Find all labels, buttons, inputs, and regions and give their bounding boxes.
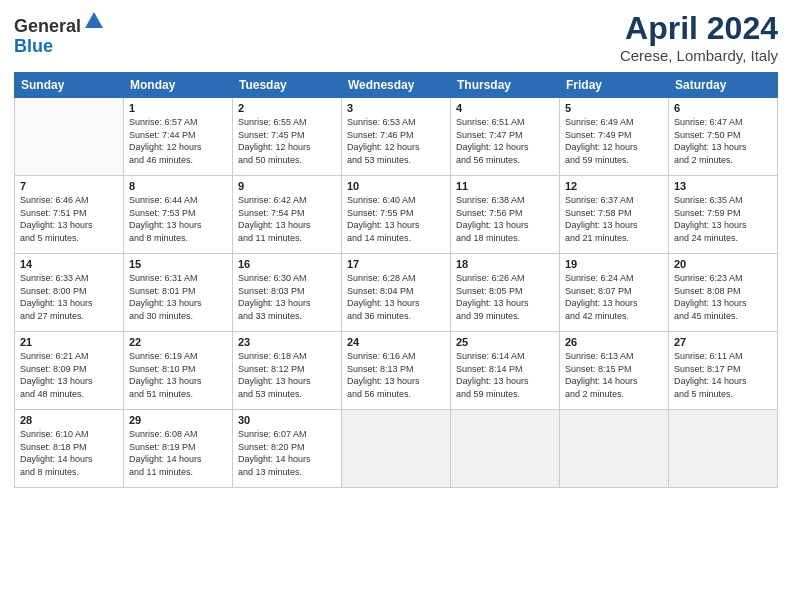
day-number: 10 — [347, 180, 445, 192]
table-row: 29Sunrise: 6:08 AM Sunset: 8:19 PM Dayli… — [124, 410, 233, 488]
svg-marker-0 — [85, 12, 103, 28]
day-info: Sunrise: 6:30 AM Sunset: 8:03 PM Dayligh… — [238, 272, 336, 322]
logo-icon — [83, 10, 105, 32]
header-monday: Monday — [124, 73, 233, 98]
header-thursday: Thursday — [451, 73, 560, 98]
title-area: April 2024 Cerese, Lombardy, Italy — [620, 10, 778, 64]
table-row: 22Sunrise: 6:19 AM Sunset: 8:10 PM Dayli… — [124, 332, 233, 410]
day-info: Sunrise: 6:47 AM Sunset: 7:50 PM Dayligh… — [674, 116, 772, 166]
day-number: 17 — [347, 258, 445, 270]
day-number: 23 — [238, 336, 336, 348]
table-row: 18Sunrise: 6:26 AM Sunset: 8:05 PM Dayli… — [451, 254, 560, 332]
header: General Blue April 2024 Cerese, Lombardy… — [14, 10, 778, 64]
table-row: 15Sunrise: 6:31 AM Sunset: 8:01 PM Dayli… — [124, 254, 233, 332]
day-number: 4 — [456, 102, 554, 114]
table-row — [560, 410, 669, 488]
day-info: Sunrise: 6:31 AM Sunset: 8:01 PM Dayligh… — [129, 272, 227, 322]
day-info: Sunrise: 6:18 AM Sunset: 8:12 PM Dayligh… — [238, 350, 336, 400]
day-number: 16 — [238, 258, 336, 270]
day-number: 24 — [347, 336, 445, 348]
table-row: 9Sunrise: 6:42 AM Sunset: 7:54 PM Daylig… — [233, 176, 342, 254]
table-row: 28Sunrise: 6:10 AM Sunset: 8:18 PM Dayli… — [15, 410, 124, 488]
day-info: Sunrise: 6:28 AM Sunset: 8:04 PM Dayligh… — [347, 272, 445, 322]
day-number: 22 — [129, 336, 227, 348]
table-row: 26Sunrise: 6:13 AM Sunset: 8:15 PM Dayli… — [560, 332, 669, 410]
header-saturday: Saturday — [669, 73, 778, 98]
table-row: 4Sunrise: 6:51 AM Sunset: 7:47 PM Daylig… — [451, 98, 560, 176]
month-title: April 2024 — [620, 10, 778, 47]
day-info: Sunrise: 6:42 AM Sunset: 7:54 PM Dayligh… — [238, 194, 336, 244]
header-tuesday: Tuesday — [233, 73, 342, 98]
table-row: 10Sunrise: 6:40 AM Sunset: 7:55 PM Dayli… — [342, 176, 451, 254]
table-row: 7Sunrise: 6:46 AM Sunset: 7:51 PM Daylig… — [15, 176, 124, 254]
table-row: 5Sunrise: 6:49 AM Sunset: 7:49 PM Daylig… — [560, 98, 669, 176]
day-number: 27 — [674, 336, 772, 348]
day-number: 14 — [20, 258, 118, 270]
day-number: 11 — [456, 180, 554, 192]
day-number: 8 — [129, 180, 227, 192]
calendar-table: Sunday Monday Tuesday Wednesday Thursday… — [14, 72, 778, 488]
day-number: 6 — [674, 102, 772, 114]
table-row: 8Sunrise: 6:44 AM Sunset: 7:53 PM Daylig… — [124, 176, 233, 254]
header-wednesday: Wednesday — [342, 73, 451, 98]
logo: General Blue — [14, 10, 105, 57]
calendar-week-row: 28Sunrise: 6:10 AM Sunset: 8:18 PM Dayli… — [15, 410, 778, 488]
logo-blue: Blue — [14, 36, 53, 56]
day-number: 13 — [674, 180, 772, 192]
day-info: Sunrise: 6:26 AM Sunset: 8:05 PM Dayligh… — [456, 272, 554, 322]
day-number: 12 — [565, 180, 663, 192]
table-row: 11Sunrise: 6:38 AM Sunset: 7:56 PM Dayli… — [451, 176, 560, 254]
day-info: Sunrise: 6:10 AM Sunset: 8:18 PM Dayligh… — [20, 428, 118, 478]
day-info: Sunrise: 6:33 AM Sunset: 8:00 PM Dayligh… — [20, 272, 118, 322]
day-number: 30 — [238, 414, 336, 426]
table-row: 25Sunrise: 6:14 AM Sunset: 8:14 PM Dayli… — [451, 332, 560, 410]
day-info: Sunrise: 6:07 AM Sunset: 8:20 PM Dayligh… — [238, 428, 336, 478]
table-row: 30Sunrise: 6:07 AM Sunset: 8:20 PM Dayli… — [233, 410, 342, 488]
table-row: 1Sunrise: 6:57 AM Sunset: 7:44 PM Daylig… — [124, 98, 233, 176]
day-info: Sunrise: 6:44 AM Sunset: 7:53 PM Dayligh… — [129, 194, 227, 244]
logo-general: General — [14, 16, 81, 36]
day-number: 9 — [238, 180, 336, 192]
table-row: 21Sunrise: 6:21 AM Sunset: 8:09 PM Dayli… — [15, 332, 124, 410]
day-number: 2 — [238, 102, 336, 114]
day-info: Sunrise: 6:38 AM Sunset: 7:56 PM Dayligh… — [456, 194, 554, 244]
day-info: Sunrise: 6:55 AM Sunset: 7:45 PM Dayligh… — [238, 116, 336, 166]
table-row: 24Sunrise: 6:16 AM Sunset: 8:13 PM Dayli… — [342, 332, 451, 410]
day-info: Sunrise: 6:08 AM Sunset: 8:19 PM Dayligh… — [129, 428, 227, 478]
calendar-week-row: 14Sunrise: 6:33 AM Sunset: 8:00 PM Dayli… — [15, 254, 778, 332]
location-title: Cerese, Lombardy, Italy — [620, 47, 778, 64]
day-info: Sunrise: 6:24 AM Sunset: 8:07 PM Dayligh… — [565, 272, 663, 322]
table-row: 23Sunrise: 6:18 AM Sunset: 8:12 PM Dayli… — [233, 332, 342, 410]
table-row: 14Sunrise: 6:33 AM Sunset: 8:00 PM Dayli… — [15, 254, 124, 332]
table-row: 6Sunrise: 6:47 AM Sunset: 7:50 PM Daylig… — [669, 98, 778, 176]
day-number: 3 — [347, 102, 445, 114]
day-number: 1 — [129, 102, 227, 114]
day-number: 7 — [20, 180, 118, 192]
day-number: 29 — [129, 414, 227, 426]
day-info: Sunrise: 6:14 AM Sunset: 8:14 PM Dayligh… — [456, 350, 554, 400]
day-number: 25 — [456, 336, 554, 348]
day-info: Sunrise: 6:35 AM Sunset: 7:59 PM Dayligh… — [674, 194, 772, 244]
day-info: Sunrise: 6:37 AM Sunset: 7:58 PM Dayligh… — [565, 194, 663, 244]
day-number: 5 — [565, 102, 663, 114]
day-info: Sunrise: 6:19 AM Sunset: 8:10 PM Dayligh… — [129, 350, 227, 400]
day-number: 20 — [674, 258, 772, 270]
day-info: Sunrise: 6:57 AM Sunset: 7:44 PM Dayligh… — [129, 116, 227, 166]
header-friday: Friday — [560, 73, 669, 98]
table-row — [342, 410, 451, 488]
header-sunday: Sunday — [15, 73, 124, 98]
calendar-week-row: 1Sunrise: 6:57 AM Sunset: 7:44 PM Daylig… — [15, 98, 778, 176]
day-number: 28 — [20, 414, 118, 426]
table-row — [15, 98, 124, 176]
day-info: Sunrise: 6:53 AM Sunset: 7:46 PM Dayligh… — [347, 116, 445, 166]
table-row: 2Sunrise: 6:55 AM Sunset: 7:45 PM Daylig… — [233, 98, 342, 176]
day-info: Sunrise: 6:51 AM Sunset: 7:47 PM Dayligh… — [456, 116, 554, 166]
table-row: 3Sunrise: 6:53 AM Sunset: 7:46 PM Daylig… — [342, 98, 451, 176]
day-number: 21 — [20, 336, 118, 348]
day-info: Sunrise: 6:46 AM Sunset: 7:51 PM Dayligh… — [20, 194, 118, 244]
day-info: Sunrise: 6:23 AM Sunset: 8:08 PM Dayligh… — [674, 272, 772, 322]
table-row: 16Sunrise: 6:30 AM Sunset: 8:03 PM Dayli… — [233, 254, 342, 332]
day-info: Sunrise: 6:49 AM Sunset: 7:49 PM Dayligh… — [565, 116, 663, 166]
main-container: General Blue April 2024 Cerese, Lombardy… — [0, 0, 792, 498]
day-number: 15 — [129, 258, 227, 270]
